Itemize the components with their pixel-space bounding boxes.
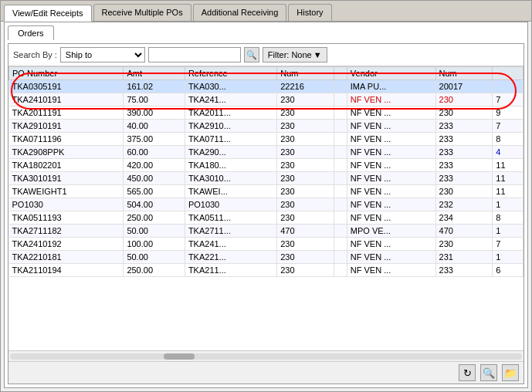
table-cell: TKA3010191 [9,172,124,185]
tab-additional-receiving[interactable]: Additional Receiving [193,4,287,21]
filter-button[interactable]: Filter: None ▼ [263,47,327,63]
tab-receive-multiple-pos[interactable]: Receive Multiple POs [93,4,191,21]
table-cell: 8 [493,211,524,225]
table-cell: TKAWEIGHT1 [9,185,124,198]
table-cell [334,80,347,93]
col-header-po[interactable]: PO Number [9,67,124,80]
table-cell: 450.00 [124,172,185,185]
table-cell [334,120,347,133]
table-cell: TKA2011191 [9,106,124,120]
table-cell: 230 [277,264,334,277]
table-cell: NF VEN ... [347,172,435,185]
col-header-ref[interactable]: Reference [185,67,276,80]
table-cell [334,172,347,185]
table-row[interactable]: TKA0511193250.00TKA0511...230NF VEN ...2… [9,211,524,225]
orders-table: PO Number Amt Reference Num Vendor Num [8,66,524,277]
search-input[interactable] [148,47,241,63]
table-cell: TKA2711182 [9,225,124,238]
table-row[interactable]: TKA3010191450.00TKA3010...230NF VEN ...2… [9,172,524,185]
table-cell: 50.00 [124,251,185,264]
table-cell: 230 [277,238,334,251]
tab-view-edit-receipts[interactable]: View/Edit Receipts [4,5,92,22]
table-cell: PO1030 [185,198,276,211]
table-cell [334,133,347,146]
table-cell: TKA2910191 [9,120,124,133]
table-row[interactable]: TKA2011191390.00TKA2011...230NF VEN ...2… [9,106,524,120]
table-scroll-area: PO Number Amt Reference Num Vendor Num [8,66,524,350]
sub-tab-orders[interactable]: Orders [8,25,54,40]
table-cell: 234 [435,211,493,225]
table-row[interactable]: TKA2908PPK60.00TKA290...230NF VEN ...233… [9,146,524,159]
search-button[interactable]: 🔍 [244,47,259,63]
folder-button[interactable]: 📁 [502,364,519,381]
table-cell: NF VEN ... [347,198,435,211]
table-cell: 470 [435,225,493,238]
table-cell: 11 [493,185,524,198]
table-cell: 233 [435,264,493,277]
table-cell: MPO VE... [347,225,435,238]
col-header-amt[interactable]: Amt [124,67,185,80]
table-cell: NF VEN ... [347,264,435,277]
table-cell: 8 [493,133,524,146]
table-row[interactable]: TKA271118250.00TKA2711...470MPO VE...470… [9,225,524,238]
table-cell: NF VEN ... [347,251,435,264]
table-row[interactable]: TKA0305191161.02TKA030...22216IMA PU...2… [9,80,524,93]
table-cell: TKA2410191 [9,93,124,106]
table-cell [334,159,347,172]
tab-history[interactable]: History [288,4,331,21]
table-row[interactable]: TKA221018150.00TKA221...230NF VEN ...231… [9,251,524,264]
table-row[interactable]: TKA2110194250.00TKA211...230NF VEN ...23… [9,264,524,277]
table-cell [334,198,347,211]
table-container[interactable]: PO Number Amt Reference Num Vendor Num [8,66,524,350]
table-row[interactable]: TKA241019175.00TKA241...230NF VEN ...230… [9,93,524,106]
table-cell: PO1030 [9,198,124,211]
content-area: Orders Search By : Ship to PO Number Ven… [4,22,528,388]
table-row[interactable]: TKA2410192100.00TKA241...230NF VEN ...23… [9,238,524,251]
hscroll-thumb[interactable] [164,353,195,360]
table-cell: 230 [277,198,334,211]
table-cell: TKA2110194 [9,264,124,277]
table-cell: TKA1802201 [9,159,124,172]
table-cell: TKA241... [185,93,276,106]
orders-panel: Search By : Ship to PO Number Vendor Ref… [8,43,524,384]
col-header-num1[interactable]: Num [277,67,334,80]
table-row[interactable]: PO1030504.00PO1030230NF VEN ...2321 [9,198,524,211]
hscroll-track[interactable] [10,353,522,360]
table-cell: TKA0305191 [9,80,124,93]
search-bottom-button[interactable]: 🔍 [480,364,497,381]
table-cell: TKA211... [185,264,276,277]
table-cell: TKA2908PPK [9,146,124,159]
table-cell [493,80,524,93]
col-header-blank [334,67,347,80]
table-row[interactable]: TKA0711196375.00TKA0711...230NF VEN ...2… [9,133,524,146]
search-by-label: Search By : [13,50,57,59]
table-cell: NF VEN ... [347,146,435,159]
table-cell [334,211,347,225]
search-by-select[interactable]: Ship to PO Number Vendor Reference [60,47,145,63]
table-cell: 230 [277,185,334,198]
table-row[interactable]: TKAWEIGHT1565.00TKAWEI...230NF VEN ...23… [9,185,524,198]
table-cell: NF VEN ... [347,120,435,133]
col-header-last[interactable] [493,67,524,80]
table-cell: 230 [277,133,334,146]
table-cell: 250.00 [124,264,185,277]
table-cell: NF VEN ... [347,159,435,172]
col-header-vendor[interactable]: Vendor [347,67,435,80]
table-cell: 7 [493,238,524,251]
table-cell: 6 [493,264,524,277]
table-cell: 231 [435,251,493,264]
table-cell: 230 [435,185,493,198]
horizontal-scrollbar[interactable] [8,350,524,361]
main-window: View/Edit Receipts Receive Multiple POs … [0,0,532,392]
table-row[interactable]: TKA291019140.00TKA2910...230NF VEN ...23… [9,120,524,133]
table-cell: 504.00 [124,198,185,211]
table-cell: 250.00 [124,211,185,225]
table-row[interactable]: TKA1802201420.00TKA180...230NF VEN ...23… [9,159,524,172]
table-cell: NF VEN ... [347,133,435,146]
col-header-num2[interactable]: Num [435,67,493,80]
refresh-button[interactable]: ↻ [459,364,476,381]
table-cell: TKA221... [185,251,276,264]
table-cell [334,238,347,251]
table-cell: TKA2011... [185,106,276,120]
table-cell: NF VEN ... [347,93,435,106]
